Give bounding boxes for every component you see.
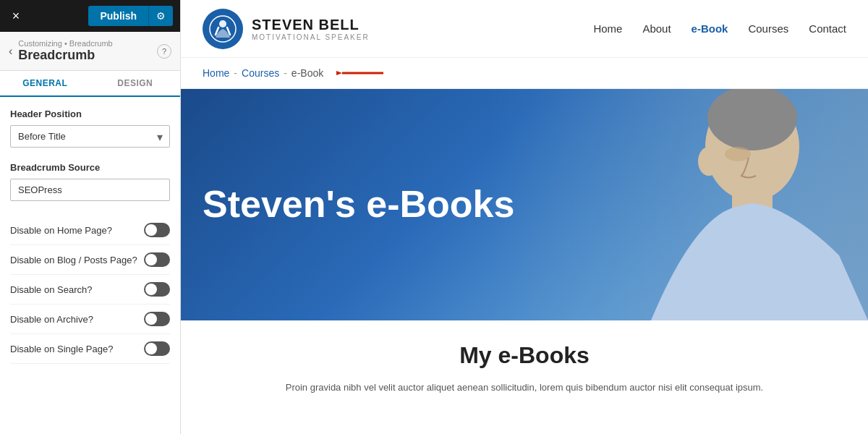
content-title: My e-Books bbox=[203, 342, 846, 369]
site-tagline: MOTIVATIONAL SPEAKER bbox=[252, 33, 370, 41]
tab-general[interactable]: General bbox=[0, 71, 90, 97]
settings-button[interactable]: ⚙ bbox=[148, 6, 173, 26]
publish-button[interactable]: Publish bbox=[88, 6, 148, 26]
breadcrumb-courses[interactable]: Courses bbox=[242, 67, 279, 79]
breadcrumb-arrow bbox=[336, 65, 387, 81]
back-button[interactable]: ‹ bbox=[9, 45, 12, 58]
toggle-blog: Disable on Blog / Posts Page? bbox=[10, 245, 170, 275]
toggle-search-label: Disable on Search? bbox=[10, 284, 92, 295]
red-arrow-icon bbox=[336, 65, 387, 81]
tab-design[interactable]: Design bbox=[90, 71, 181, 95]
breadcrumb-current: e-Book bbox=[292, 67, 323, 79]
toggle-archive: Disable on Archive? bbox=[10, 305, 170, 334]
header-position-label: Header Position bbox=[10, 109, 170, 119]
preview-panel: STEVEN BELL MOTIVATIONAL SPEAKER Home Ab… bbox=[181, 0, 868, 434]
toggle-blog-label: Disable on Blog / Posts Page? bbox=[10, 255, 137, 265]
hero-image bbox=[506, 89, 868, 320]
toggle-single-label: Disable on Single Page? bbox=[10, 344, 113, 354]
nav-home[interactable]: Home bbox=[593, 22, 622, 35]
breadcrumb-source-label: Breadcrumb Source bbox=[10, 162, 170, 173]
panel-content: Header Position Before Title After Title… bbox=[0, 97, 180, 434]
nav-about[interactable]: About bbox=[642, 22, 671, 35]
svg-point-10 bbox=[725, 147, 751, 161]
nav-courses[interactable]: Courses bbox=[748, 22, 788, 35]
site-nav: Home About e-Book Courses Contact bbox=[593, 22, 846, 35]
site-name-block: STEVEN BELL MOTIVATIONAL SPEAKER bbox=[252, 17, 370, 41]
logo-icon bbox=[208, 14, 237, 43]
panel-title: Breadcrumb bbox=[18, 48, 151, 63]
top-bar: × Publish ⚙ bbox=[0, 0, 180, 32]
breadcrumb-bar: Home - Courses - e-Book bbox=[181, 58, 868, 89]
nav-ebook[interactable]: e-Book bbox=[692, 22, 728, 35]
svg-point-9 bbox=[698, 147, 720, 176]
toggle-single-switch[interactable] bbox=[144, 341, 170, 356]
toggle-single: Disable on Single Page? bbox=[10, 334, 170, 364]
logo-area: STEVEN BELL MOTIVATIONAL SPEAKER bbox=[203, 9, 370, 49]
breadcrumb-sep1: - bbox=[234, 67, 237, 79]
svg-point-1 bbox=[219, 20, 226, 27]
person-silhouette bbox=[506, 89, 868, 320]
site-name: STEVEN BELL bbox=[252, 17, 370, 33]
hero-section: Steven's e-Books bbox=[181, 89, 868, 320]
site-header: STEVEN BELL MOTIVATIONAL SPEAKER Home Ab… bbox=[181, 0, 868, 58]
toggle-archive-label: Disable on Archive? bbox=[10, 314, 93, 325]
customizer-panel: × Publish ⚙ ‹ Customizing • Breadcrumb B… bbox=[0, 0, 181, 434]
hero-title: Steven's e-Books bbox=[203, 184, 514, 225]
toggle-archive-switch[interactable] bbox=[144, 312, 170, 326]
tabs-row: General Design bbox=[0, 71, 180, 97]
header-position-select[interactable]: Before Title After Title Hidden bbox=[10, 125, 170, 148]
hero-text: Steven's e-Books bbox=[181, 184, 514, 225]
toggle-home-switch[interactable] bbox=[144, 223, 170, 237]
breadcrumb-source-field bbox=[10, 179, 170, 201]
panel-header: ‹ Customizing • Breadcrumb Breadcrumb ? bbox=[0, 32, 180, 71]
content-text: Proin gravida nibh vel velit auctor aliq… bbox=[203, 380, 846, 396]
toggle-home-label: Disable on Home Page? bbox=[10, 225, 112, 236]
close-button[interactable]: × bbox=[7, 7, 25, 25]
nav-contact[interactable]: Contact bbox=[809, 22, 846, 35]
toggle-home: Disable on Home Page? bbox=[10, 216, 170, 245]
logo-circle bbox=[203, 9, 243, 49]
toggle-search-switch[interactable] bbox=[144, 282, 170, 297]
breadcrumb-home[interactable]: Home bbox=[203, 67, 229, 79]
content-section: My e-Books Proin gravida nibh vel velit … bbox=[181, 320, 868, 434]
help-button[interactable]: ? bbox=[157, 44, 171, 59]
header-info: Customizing • Breadcrumb Breadcrumb bbox=[18, 39, 151, 63]
toggle-blog-switch[interactable] bbox=[144, 252, 170, 267]
header-position-field: Before Title After Title Hidden bbox=[10, 125, 170, 148]
toggle-search: Disable on Search? bbox=[10, 275, 170, 305]
breadcrumb-sep2: - bbox=[284, 67, 287, 79]
breadcrumb-source-input[interactable] bbox=[10, 179, 170, 201]
panel-breadcrumb: Customizing • Breadcrumb bbox=[18, 39, 151, 48]
